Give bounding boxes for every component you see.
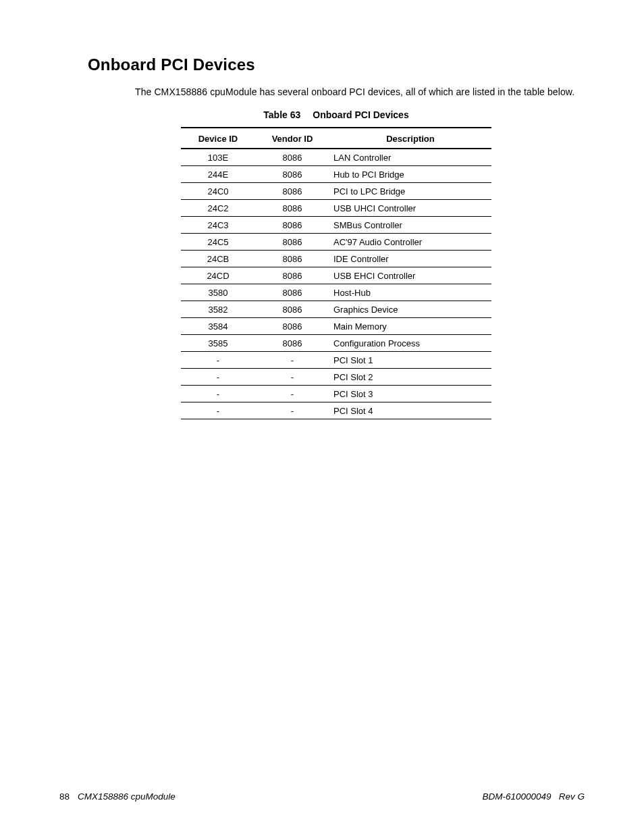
cell-description: PCI Slot 1 — [329, 352, 491, 369]
cell-vendor-id: 8086 — [255, 267, 329, 284]
cell-device-id: - — [181, 369, 255, 386]
column-header-description: Description — [329, 128, 491, 149]
footer-doc-number: BDM-610000049 — [482, 791, 551, 802]
cell-device-id: 24C3 — [181, 217, 255, 234]
table-caption-title: Onboard PCI Devices — [313, 109, 408, 120]
cell-description: USB EHCI Controller — [329, 267, 491, 284]
cell-vendor-id: 8086 — [255, 251, 329, 267]
table-body: 103E8086LAN Controller244E8086Hub to PCI… — [181, 149, 491, 419]
cell-description: PCI to LPC Bridge — [329, 183, 491, 200]
cell-description: PCI Slot 2 — [329, 369, 491, 386]
section-title: Onboard PCI Devices — [88, 55, 585, 74]
table-row: 24CD8086USB EHCI Controller — [181, 267, 491, 284]
table-row: --PCI Slot 3 — [181, 386, 491, 402]
cell-vendor-id: 8086 — [255, 234, 329, 251]
table-row: 103E8086LAN Controller — [181, 149, 491, 166]
cell-vendor-id: 8086 — [255, 183, 329, 200]
cell-device-id: - — [181, 402, 255, 419]
cell-device-id: 24C0 — [181, 183, 255, 200]
cell-description: IDE Controller — [329, 251, 491, 267]
cell-vendor-id: - — [255, 352, 329, 369]
intro-paragraph: The CMX158886 cpuModule has several onbo… — [135, 86, 585, 97]
table-row: 24C58086AC'97 Audio Controller — [181, 234, 491, 251]
cell-description: Configuration Process — [329, 335, 491, 352]
table-row: 35828086Graphics Device — [181, 301, 491, 318]
table-row: 35808086Host-Hub — [181, 284, 491, 301]
cell-vendor-id: 8086 — [255, 166, 329, 183]
onboard-pci-devices-table: Device ID Vendor ID Description 103E8086… — [181, 127, 491, 419]
cell-vendor-id: 8086 — [255, 200, 329, 217]
cell-vendor-id: 8086 — [255, 335, 329, 352]
cell-vendor-id: 8086 — [255, 301, 329, 318]
page-content: Onboard PCI Devices The CMX158886 cpuMod… — [0, 0, 644, 419]
table-caption: Table 63Onboard PCI Devices — [88, 109, 585, 120]
table-row: 24C08086PCI to LPC Bridge — [181, 183, 491, 200]
page-footer: 88CMX158886 cpuModule BDM-610000049 Rev … — [59, 791, 585, 802]
cell-description: Host-Hub — [329, 284, 491, 301]
table-row: 24C38086SMBus Controller — [181, 217, 491, 234]
table-row: --PCI Slot 2 — [181, 369, 491, 386]
cell-vendor-id: - — [255, 369, 329, 386]
cell-description: Hub to PCI Bridge — [329, 166, 491, 183]
table-header-row: Device ID Vendor ID Description — [181, 128, 491, 149]
cell-device-id: 24CD — [181, 267, 255, 284]
table-row: --PCI Slot 1 — [181, 352, 491, 369]
cell-vendor-id: 8086 — [255, 149, 329, 166]
cell-description: PCI Slot 4 — [329, 402, 491, 419]
cell-device-id: 24C2 — [181, 200, 255, 217]
table-row: 24CB8086IDE Controller — [181, 251, 491, 267]
cell-device-id: - — [181, 352, 255, 369]
cell-description: LAN Controller — [329, 149, 491, 166]
cell-device-id: 3585 — [181, 335, 255, 352]
cell-description: Main Memory — [329, 318, 491, 335]
cell-device-id: 3582 — [181, 301, 255, 318]
table-row: 35848086Main Memory — [181, 318, 491, 335]
page-number: 88 — [59, 791, 70, 802]
cell-vendor-id: 8086 — [255, 318, 329, 335]
cell-device-id: 24CB — [181, 251, 255, 267]
cell-device-id: - — [181, 386, 255, 402]
table-row: 244E8086Hub to PCI Bridge — [181, 166, 491, 183]
table-row: 35858086Configuration Process — [181, 335, 491, 352]
cell-vendor-id: - — [255, 386, 329, 402]
footer-product-name: CMX158886 cpuModule — [78, 791, 176, 802]
cell-device-id: 103E — [181, 149, 255, 166]
table-row: 24C28086USB UHCI Controller — [181, 200, 491, 217]
table-caption-number: Table 63 — [263, 109, 300, 120]
cell-description: AC'97 Audio Controller — [329, 234, 491, 251]
footer-revision: Rev G — [559, 791, 585, 802]
cell-description: USB UHCI Controller — [329, 200, 491, 217]
column-header-vendor-id: Vendor ID — [255, 128, 329, 149]
cell-description: SMBus Controller — [329, 217, 491, 234]
cell-vendor-id: 8086 — [255, 284, 329, 301]
cell-description: PCI Slot 3 — [329, 386, 491, 402]
column-header-device-id: Device ID — [181, 128, 255, 149]
footer-right: BDM-610000049 Rev G — [482, 791, 585, 802]
cell-device-id: 24C5 — [181, 234, 255, 251]
footer-left: 88CMX158886 cpuModule — [59, 791, 176, 802]
cell-vendor-id: 8086 — [255, 217, 329, 234]
table-row: --PCI Slot 4 — [181, 402, 491, 419]
cell-vendor-id: - — [255, 402, 329, 419]
cell-device-id: 3584 — [181, 318, 255, 335]
cell-device-id: 3580 — [181, 284, 255, 301]
cell-device-id: 244E — [181, 166, 255, 183]
cell-description: Graphics Device — [329, 301, 491, 318]
